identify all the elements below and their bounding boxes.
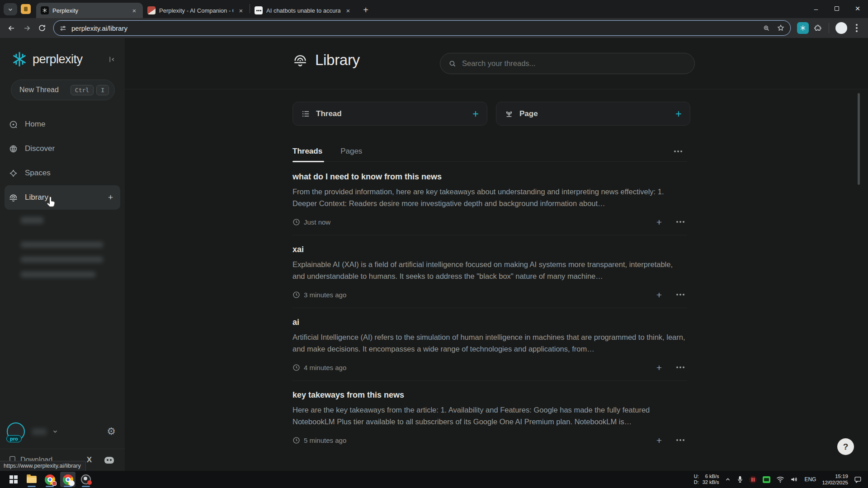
thread-meta-row: Just now + [292,217,687,227]
list-options-button[interactable] [673,146,684,157]
sidebar-item-home[interactable]: Home [5,112,120,136]
file-explorer-button[interactable] [24,472,39,487]
perplexity-extension-icon[interactable] [797,22,809,34]
thread-meta-row: 3 minutes ago + [292,290,687,300]
sidebar-item-library[interactable]: Library + [5,185,120,210]
zoom-icon[interactable] [763,24,770,32]
redacted-item [21,272,95,277]
kebab-icon [677,150,679,152]
thread-menu-button[interactable] [675,362,685,372]
windows-logo-icon [9,475,18,483]
shortcut-key-i: I [96,85,109,95]
thread-menu-button[interactable] [675,290,685,300]
brand-wordmark[interactable]: perplexity [33,52,108,66]
maximize-button[interactable] [826,0,847,17]
scrollbar-thumb[interactable] [858,93,860,185]
wifi-icon[interactable] [776,476,784,483]
settings-gear-icon[interactable]: ⚙ [107,427,116,436]
add-library-item-button[interactable]: + [108,192,116,202]
back-button[interactable] [4,20,19,36]
collapse-sidebar-icon[interactable] [108,56,116,63]
x-twitter-icon[interactable]: X [87,455,92,465]
thread-menu-button[interactable] [675,217,685,227]
language-indicator[interactable]: ENG [804,476,816,483]
obs-button[interactable] [78,472,94,487]
site-info-icon[interactable] [59,24,67,32]
user-account-row[interactable]: pro ⚙ [0,422,125,441]
thread-list-item[interactable]: key takeways from this news Here are the… [292,381,687,453]
volume-icon[interactable] [790,476,798,483]
microphone-tray-icon[interactable] [737,476,743,483]
new-tab-button[interactable]: + [359,4,372,16]
close-button[interactable]: × [847,0,868,17]
thread-search-box[interactable] [440,53,695,74]
tray-expand-button[interactable] [725,476,731,483]
tab-close-icon[interactable]: × [130,6,138,14]
extensions-puzzle-icon[interactable] [811,21,825,35]
sidebar-item-discover[interactable]: Discover [5,136,120,161]
add-to-space-button[interactable]: + [656,290,662,300]
companion-favicon [147,6,156,14]
thread-list-item[interactable]: xai Explainable AI (XAI) is a field of a… [292,235,687,308]
help-button[interactable]: ? [837,438,854,455]
tab-close-icon[interactable]: × [237,6,245,14]
add-thread-icon[interactable]: + [472,108,479,119]
new-thread-card[interactable]: Thread + [292,102,487,126]
minimize-button[interactable]: – [806,0,826,17]
tab-pages[interactable]: Pages [340,147,362,156]
tab-perplexity[interactable]: Perplexity × [36,3,143,18]
clock-widget[interactable]: 15:19 12/02/2025 [822,473,848,486]
add-page-icon[interactable]: + [675,108,682,119]
address-bar[interactable]: perplexity.ai/library [53,20,791,36]
thread-timestamp: 5 minutes ago [304,436,346,444]
thread-menu-button[interactable] [675,435,685,445]
new-thread-button[interactable]: New Thread Ctrl I [11,80,115,100]
account-chevron-down-icon[interactable] [52,428,58,435]
thread-list-item[interactable]: ai Artificial Intelligence (AI) refers t… [292,308,687,381]
thread-title[interactable]: xai [292,245,687,254]
search-input[interactable] [462,59,686,68]
add-to-space-button[interactable]: + [656,363,662,372]
sidebar-item-spaces[interactable]: Spaces [5,161,120,185]
perplexity-logo-icon[interactable] [11,51,28,68]
browser-menu-button[interactable] [850,21,863,35]
reload-button[interactable] [34,20,50,36]
clock-icon [292,218,300,226]
thread-title[interactable]: key takeways from this news [292,390,687,400]
tab-ai-companion[interactable]: Perplexity - AI Companion - Chr × [143,3,250,18]
running-indicator [64,486,72,487]
add-to-space-button[interactable]: + [656,217,662,227]
thread-list: what do I need to know from this news Fr… [292,163,687,453]
add-to-space-button[interactable]: + [656,436,662,445]
username-redacted [32,428,47,435]
recording-pause-icon[interactable] [749,476,757,483]
url-text[interactable]: perplexity.ai/library [71,24,763,32]
reload-icon [38,24,46,32]
tab-close-icon[interactable]: × [344,6,352,14]
tab-search-button[interactable] [4,3,17,15]
discord-icon[interactable] [104,457,114,464]
forward-button[interactable] [19,20,34,36]
tab-ai-chatbots[interactable]: AI chatbots unable to accuratel × [250,3,357,18]
back-icon [7,24,16,33]
thread-meta-row: 5 minutes ago + [292,435,687,445]
chrome-profile2-button[interactable] [60,472,75,487]
pinned-extension-icon[interactable] [21,4,31,14]
bookmark-star-icon[interactable] [777,24,785,32]
download-label: D: [694,479,699,485]
redacted-item [21,217,43,224]
capture-app-icon[interactable] [763,476,770,483]
start-button[interactable] [6,472,21,487]
kebab-icon [679,439,681,441]
tab-threads[interactable]: Threads [292,147,322,156]
chrome-profile1-button[interactable] [42,472,57,487]
thread-title[interactable]: ai [292,318,687,327]
thread-title[interactable]: what do I need to know from this news [292,172,687,182]
thread-list-item[interactable]: what do I need to know from this news Fr… [292,163,687,235]
pro-badge: pro [6,435,22,442]
profile-avatar[interactable] [835,22,847,34]
notification-center-button[interactable] [854,476,862,483]
user-avatar[interactable]: pro [7,422,25,441]
tab-title: Perplexity [52,7,127,14]
new-page-card[interactable]: Page + [496,102,690,126]
